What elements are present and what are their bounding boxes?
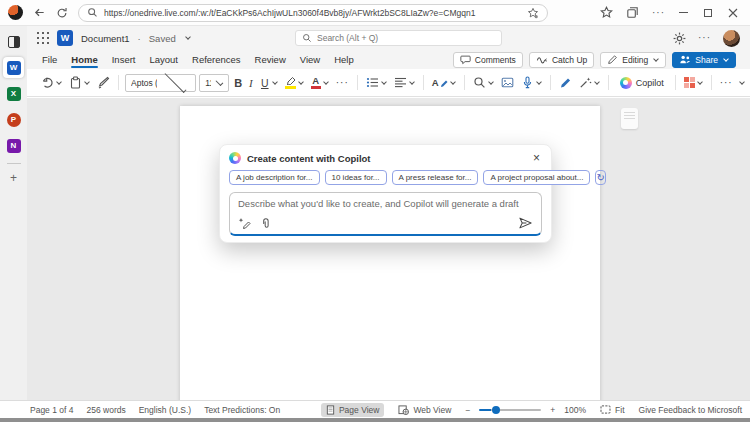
paste-button[interactable]: [67, 74, 92, 91]
feedback-link[interactable]: Give Feedback to Microsoft: [639, 405, 742, 415]
document-title[interactable]: Document1: [81, 33, 130, 44]
zoom-slider[interactable]: [479, 409, 541, 411]
copilot-icon: [620, 77, 632, 89]
suggestion-press-release[interactable]: A press release for...: [392, 170, 479, 185]
browser-menu-icon[interactable]: ···: [652, 8, 665, 18]
copilot-prompt-box[interactable]: [229, 192, 542, 236]
browser-toolbar: https://onedrive.live.com/:w:/t/EaCKkPs6…: [0, 0, 750, 26]
browser-profile-avatar[interactable]: [8, 5, 23, 20]
collapsed-comment-card[interactable]: [621, 108, 638, 129]
ribbon-collapse-button[interactable]: [738, 82, 750, 84]
bold-button[interactable]: B: [232, 75, 244, 91]
menu-item-file[interactable]: File: [35, 50, 64, 69]
menu-item-review[interactable]: Review: [248, 50, 293, 69]
ribbon-divider: [464, 75, 465, 90]
dictate-button[interactable]: [519, 74, 544, 91]
bullet-list-button[interactable]: [364, 74, 389, 91]
bookmark-star-icon[interactable]: [527, 7, 539, 19]
editor-button[interactable]: [557, 74, 574, 91]
close-window-icon[interactable]: [728, 8, 738, 18]
add-app-icon[interactable]: +: [10, 171, 17, 185]
rail-item-excel[interactable]: X: [3, 83, 24, 104]
copilot-button[interactable]: Copilot: [615, 75, 669, 91]
settings-gear-icon[interactable]: [673, 32, 686, 45]
text-predictions-toggle[interactable]: Text Predictions: On: [204, 405, 280, 415]
find-button[interactable]: [471, 74, 496, 91]
save-status[interactable]: Saved: [149, 33, 176, 44]
comment-bubble-icon: [460, 54, 471, 65]
minimize-icon[interactable]: [679, 12, 688, 13]
window-bottom-edge: [0, 418, 750, 422]
rail-item-onenote[interactable]: N: [3, 135, 24, 156]
format-painter-button[interactable]: [95, 74, 112, 91]
rail-item-powerpoint[interactable]: P: [3, 109, 24, 130]
collections-icon[interactable]: [626, 6, 639, 19]
page-indicator[interactable]: Page 1 of 4: [30, 405, 73, 415]
search-box[interactable]: [295, 30, 502, 46]
italic-button[interactable]: I: [247, 75, 255, 91]
search-input[interactable]: [317, 33, 495, 43]
back-icon[interactable]: [33, 6, 46, 19]
share-button[interactable]: Share: [672, 52, 736, 68]
more-font-options-icon[interactable]: ···: [334, 76, 351, 90]
menu-item-help[interactable]: Help: [327, 50, 361, 69]
styles-button[interactable]: A: [430, 76, 458, 90]
rewrite-sparkle-icon[interactable]: [238, 217, 251, 230]
clipboard-icon: [69, 76, 82, 89]
designer-button[interactable]: [499, 74, 516, 91]
header-more-icon[interactable]: ···: [698, 33, 711, 43]
word-logo-icon[interactable]: W: [57, 30, 73, 46]
addins-button[interactable]: [682, 75, 705, 90]
underline-button[interactable]: U: [258, 75, 280, 91]
language-indicator[interactable]: English (U.S.): [139, 405, 191, 415]
menu-item-view[interactable]: View: [293, 50, 327, 69]
editing-mode-button[interactable]: Editing: [600, 52, 666, 68]
app-rail: W X P N +: [0, 26, 27, 400]
autoformat-button[interactable]: [577, 74, 602, 91]
catch-up-button[interactable]: Catch Up: [529, 52, 594, 68]
font-color-button[interactable]: A: [309, 74, 331, 91]
fit-button[interactable]: Fit: [595, 403, 629, 417]
browser-tab-icon[interactable]: [3, 31, 24, 52]
close-icon[interactable]: ×: [531, 152, 542, 164]
prompt-tools: [238, 217, 272, 230]
suggestion-project-proposal[interactable]: A project proposal about...: [483, 170, 590, 185]
suggestion-ideas[interactable]: 10 ideas for...: [325, 170, 387, 185]
word-count[interactable]: 256 words: [86, 405, 125, 415]
undo-icon: [41, 76, 54, 89]
align-button[interactable]: [392, 74, 417, 91]
ribbon-overflow-icon[interactable]: ···: [718, 76, 735, 90]
font-size-select[interactable]: 11: [199, 74, 229, 92]
menu-item-home[interactable]: Home: [64, 50, 104, 69]
web-view-button[interactable]: Web View: [393, 403, 456, 417]
user-avatar[interactable]: [723, 30, 740, 47]
ribbon-collapse-chevron-icon: [739, 79, 745, 85]
copilot-prompt-input[interactable]: [238, 198, 533, 209]
page-view-button[interactable]: Page View: [321, 403, 384, 417]
menu-bar: File Home Insert Layout References Revie…: [27, 50, 750, 69]
zoom-in-icon[interactable]: +: [550, 405, 555, 415]
menu-item-layout[interactable]: Layout: [142, 50, 185, 69]
url-text[interactable]: https://onedrive.live.com/:w:/t/EaCKkPs6…: [104, 8, 521, 18]
comments-button[interactable]: Comments: [453, 52, 523, 68]
zoom-slider-knob[interactable]: [492, 406, 500, 414]
save-status-dot: ·: [138, 33, 141, 44]
suggestion-job-description[interactable]: A job description for...: [229, 170, 320, 185]
reload-icon[interactable]: [56, 7, 68, 19]
refresh-suggestions-icon[interactable]: ↻: [595, 170, 605, 185]
favorites-star-icon[interactable]: [600, 6, 613, 19]
zoom-level[interactable]: 100%: [564, 405, 586, 415]
address-bar[interactable]: https://onedrive.live.com/:w:/t/EaCKkPs6…: [78, 4, 548, 22]
zoom-out-icon[interactable]: −: [465, 405, 470, 415]
attach-paperclip-icon[interactable]: [260, 217, 272, 230]
save-status-chevron-icon[interactable]: [185, 34, 191, 40]
menu-item-insert[interactable]: Insert: [105, 50, 143, 69]
highlight-button[interactable]: [283, 75, 306, 91]
maximize-icon[interactable]: [704, 9, 712, 17]
undo-button[interactable]: [39, 74, 64, 91]
send-icon[interactable]: [518, 216, 533, 230]
menu-item-references[interactable]: References: [185, 50, 248, 69]
font-name-select[interactable]: Aptos (Body): [125, 74, 196, 92]
rail-item-word[interactable]: W: [3, 57, 24, 78]
app-launcher-icon[interactable]: [37, 32, 49, 44]
